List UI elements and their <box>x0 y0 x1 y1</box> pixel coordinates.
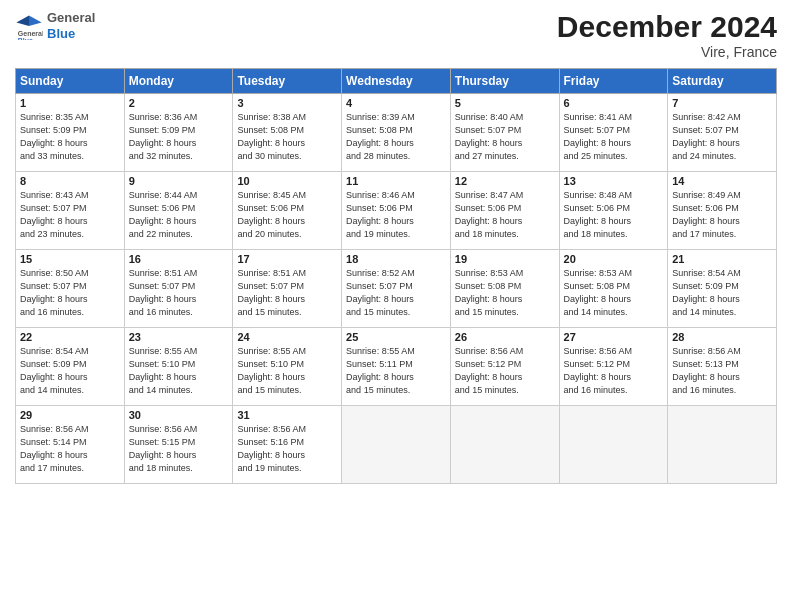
day-number: 1 <box>20 97 120 109</box>
calendar-cell: 15Sunrise: 8:50 AM Sunset: 5:07 PM Dayli… <box>16 250 125 328</box>
calendar-cell: 1Sunrise: 8:35 AM Sunset: 5:09 PM Daylig… <box>16 94 125 172</box>
calendar-cell <box>668 406 777 484</box>
calendar-cell: 18Sunrise: 8:52 AM Sunset: 5:07 PM Dayli… <box>342 250 451 328</box>
day-number: 9 <box>129 175 229 187</box>
day-info: Sunrise: 8:38 AM Sunset: 5:08 PM Dayligh… <box>237 111 337 163</box>
calendar-cell: 29Sunrise: 8:56 AM Sunset: 5:14 PM Dayli… <box>16 406 125 484</box>
day-number: 24 <box>237 331 337 343</box>
calendar-cell: 27Sunrise: 8:56 AM Sunset: 5:12 PM Dayli… <box>559 328 668 406</box>
day-number: 2 <box>129 97 229 109</box>
calendar-cell: 24Sunrise: 8:55 AM Sunset: 5:10 PM Dayli… <box>233 328 342 406</box>
svg-marker-1 <box>16 15 29 26</box>
calendar-cell <box>559 406 668 484</box>
calendar-cell: 9Sunrise: 8:44 AM Sunset: 5:06 PM Daylig… <box>124 172 233 250</box>
day-number: 22 <box>20 331 120 343</box>
calendar-cell: 8Sunrise: 8:43 AM Sunset: 5:07 PM Daylig… <box>16 172 125 250</box>
day-info: Sunrise: 8:42 AM Sunset: 5:07 PM Dayligh… <box>672 111 772 163</box>
calendar-cell: 23Sunrise: 8:55 AM Sunset: 5:10 PM Dayli… <box>124 328 233 406</box>
logo-blue: Blue <box>47 26 95 42</box>
weekday-header-row: SundayMondayTuesdayWednesdayThursdayFrid… <box>16 69 777 94</box>
day-number: 3 <box>237 97 337 109</box>
week-row-2: 8Sunrise: 8:43 AM Sunset: 5:07 PM Daylig… <box>16 172 777 250</box>
calendar-cell: 16Sunrise: 8:51 AM Sunset: 5:07 PM Dayli… <box>124 250 233 328</box>
week-row-1: 1Sunrise: 8:35 AM Sunset: 5:09 PM Daylig… <box>16 94 777 172</box>
week-row-4: 22Sunrise: 8:54 AM Sunset: 5:09 PM Dayli… <box>16 328 777 406</box>
day-number: 13 <box>564 175 664 187</box>
calendar-cell: 25Sunrise: 8:55 AM Sunset: 5:11 PM Dayli… <box>342 328 451 406</box>
calendar-cell: 20Sunrise: 8:53 AM Sunset: 5:08 PM Dayli… <box>559 250 668 328</box>
calendar-cell: 19Sunrise: 8:53 AM Sunset: 5:08 PM Dayli… <box>450 250 559 328</box>
calendar-cell: 2Sunrise: 8:36 AM Sunset: 5:09 PM Daylig… <box>124 94 233 172</box>
calendar-cell: 4Sunrise: 8:39 AM Sunset: 5:08 PM Daylig… <box>342 94 451 172</box>
day-number: 25 <box>346 331 446 343</box>
calendar-cell: 26Sunrise: 8:56 AM Sunset: 5:12 PM Dayli… <box>450 328 559 406</box>
day-info: Sunrise: 8:55 AM Sunset: 5:10 PM Dayligh… <box>237 345 337 397</box>
day-info: Sunrise: 8:56 AM Sunset: 5:13 PM Dayligh… <box>672 345 772 397</box>
day-number: 28 <box>672 331 772 343</box>
logo-text: General Blue <box>47 10 95 41</box>
day-info: Sunrise: 8:48 AM Sunset: 5:06 PM Dayligh… <box>564 189 664 241</box>
day-info: Sunrise: 8:40 AM Sunset: 5:07 PM Dayligh… <box>455 111 555 163</box>
day-number: 6 <box>564 97 664 109</box>
day-number: 12 <box>455 175 555 187</box>
day-info: Sunrise: 8:56 AM Sunset: 5:15 PM Dayligh… <box>129 423 229 475</box>
day-info: Sunrise: 8:55 AM Sunset: 5:11 PM Dayligh… <box>346 345 446 397</box>
day-number: 14 <box>672 175 772 187</box>
calendar-cell: 17Sunrise: 8:51 AM Sunset: 5:07 PM Dayli… <box>233 250 342 328</box>
day-number: 15 <box>20 253 120 265</box>
weekday-header-sunday: Sunday <box>16 69 125 94</box>
calendar-cell: 11Sunrise: 8:46 AM Sunset: 5:06 PM Dayli… <box>342 172 451 250</box>
calendar-cell: 31Sunrise: 8:56 AM Sunset: 5:16 PM Dayli… <box>233 406 342 484</box>
logo-general: General <box>47 10 95 26</box>
logo: General Blue General Blue <box>15 10 95 41</box>
day-info: Sunrise: 8:44 AM Sunset: 5:06 PM Dayligh… <box>129 189 229 241</box>
weekday-header-tuesday: Tuesday <box>233 69 342 94</box>
day-number: 17 <box>237 253 337 265</box>
calendar: SundayMondayTuesdayWednesdayThursdayFrid… <box>15 68 777 484</box>
day-info: Sunrise: 8:50 AM Sunset: 5:07 PM Dayligh… <box>20 267 120 319</box>
day-info: Sunrise: 8:35 AM Sunset: 5:09 PM Dayligh… <box>20 111 120 163</box>
calendar-cell: 5Sunrise: 8:40 AM Sunset: 5:07 PM Daylig… <box>450 94 559 172</box>
day-number: 4 <box>346 97 446 109</box>
day-number: 11 <box>346 175 446 187</box>
day-info: Sunrise: 8:54 AM Sunset: 5:09 PM Dayligh… <box>20 345 120 397</box>
day-info: Sunrise: 8:53 AM Sunset: 5:08 PM Dayligh… <box>455 267 555 319</box>
day-info: Sunrise: 8:46 AM Sunset: 5:06 PM Dayligh… <box>346 189 446 241</box>
weekday-header-friday: Friday <box>559 69 668 94</box>
day-number: 23 <box>129 331 229 343</box>
day-info: Sunrise: 8:36 AM Sunset: 5:09 PM Dayligh… <box>129 111 229 163</box>
weekday-header-thursday: Thursday <box>450 69 559 94</box>
day-number: 26 <box>455 331 555 343</box>
location: Vire, France <box>557 44 777 60</box>
day-number: 18 <box>346 253 446 265</box>
day-info: Sunrise: 8:41 AM Sunset: 5:07 PM Dayligh… <box>564 111 664 163</box>
day-number: 27 <box>564 331 664 343</box>
day-info: Sunrise: 8:51 AM Sunset: 5:07 PM Dayligh… <box>129 267 229 319</box>
svg-marker-0 <box>29 15 42 26</box>
page: General Blue General Blue December 2024 … <box>0 0 792 612</box>
calendar-cell: 30Sunrise: 8:56 AM Sunset: 5:15 PM Dayli… <box>124 406 233 484</box>
month-title: December 2024 <box>557 10 777 44</box>
day-info: Sunrise: 8:49 AM Sunset: 5:06 PM Dayligh… <box>672 189 772 241</box>
weekday-header-wednesday: Wednesday <box>342 69 451 94</box>
weekday-header-monday: Monday <box>124 69 233 94</box>
calendar-cell: 28Sunrise: 8:56 AM Sunset: 5:13 PM Dayli… <box>668 328 777 406</box>
day-info: Sunrise: 8:56 AM Sunset: 5:12 PM Dayligh… <box>564 345 664 397</box>
calendar-cell: 12Sunrise: 8:47 AM Sunset: 5:06 PM Dayli… <box>450 172 559 250</box>
day-number: 10 <box>237 175 337 187</box>
week-row-3: 15Sunrise: 8:50 AM Sunset: 5:07 PM Dayli… <box>16 250 777 328</box>
day-number: 20 <box>564 253 664 265</box>
day-info: Sunrise: 8:56 AM Sunset: 5:14 PM Dayligh… <box>20 423 120 475</box>
day-info: Sunrise: 8:51 AM Sunset: 5:07 PM Dayligh… <box>237 267 337 319</box>
day-number: 5 <box>455 97 555 109</box>
day-number: 31 <box>237 409 337 421</box>
day-number: 30 <box>129 409 229 421</box>
day-number: 8 <box>20 175 120 187</box>
calendar-cell: 10Sunrise: 8:45 AM Sunset: 5:06 PM Dayli… <box>233 172 342 250</box>
calendar-cell: 13Sunrise: 8:48 AM Sunset: 5:06 PM Dayli… <box>559 172 668 250</box>
calendar-cell: 3Sunrise: 8:38 AM Sunset: 5:08 PM Daylig… <box>233 94 342 172</box>
calendar-cell <box>342 406 451 484</box>
calendar-cell: 6Sunrise: 8:41 AM Sunset: 5:07 PM Daylig… <box>559 94 668 172</box>
calendar-cell: 21Sunrise: 8:54 AM Sunset: 5:09 PM Dayli… <box>668 250 777 328</box>
calendar-cell: 14Sunrise: 8:49 AM Sunset: 5:06 PM Dayli… <box>668 172 777 250</box>
